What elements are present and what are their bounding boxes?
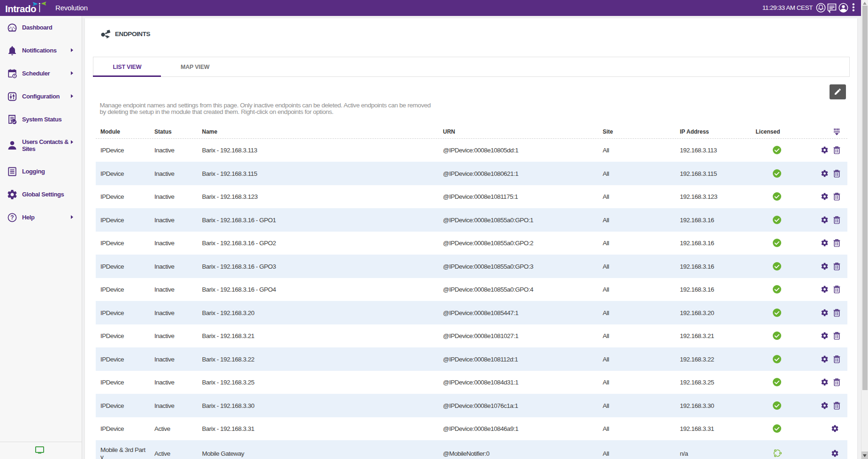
svg-text:Intrado: Intrado	[5, 3, 36, 14]
svg-text:?: ?	[10, 214, 14, 221]
